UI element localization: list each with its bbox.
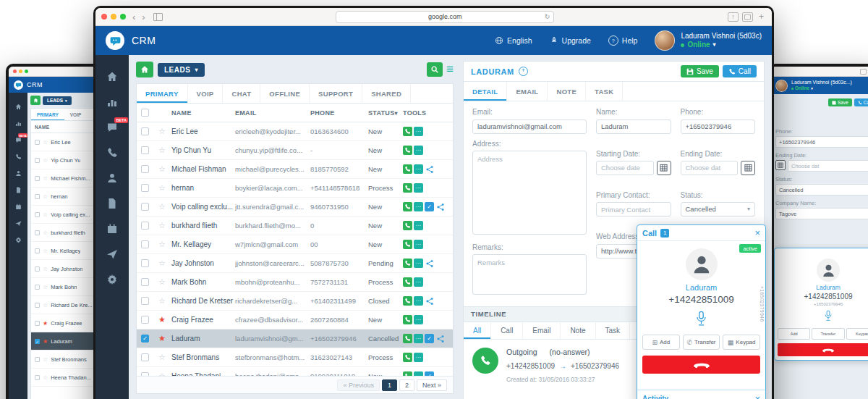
zoom-window-button[interactable] [120, 14, 126, 20]
star-icon[interactable]: ☆ [158, 277, 171, 287]
star-icon[interactable]: ☆ [43, 266, 48, 272]
breadcrumb[interactable]: LEADS ▾ [158, 63, 205, 77]
star-icon[interactable]: ☆ [43, 248, 48, 254]
keypad-button[interactable]: Keypad [846, 328, 868, 340]
row-checkbox[interactable] [35, 140, 40, 145]
call-tool-icon[interactable] [403, 353, 412, 362]
star-icon[interactable]: ☆ [158, 353, 171, 362]
email-column-header[interactable]: EMAIL [235, 109, 310, 117]
row-checkbox[interactable] [141, 165, 149, 173]
lead-row[interactable]: ☆Voip calling exclu...jtt.surendra@gmail… [137, 198, 453, 217]
row-checkbox[interactable] [141, 278, 149, 286]
forward-icon[interactable]: › [142, 12, 145, 22]
name-field[interactable] [596, 119, 671, 134]
chat-tool-icon[interactable]: ··· [414, 277, 423, 287]
star-icon[interactable]: ☆ [158, 164, 171, 174]
lead-row[interactable]: ☆Richard De Kretserrichardekretser@g...+… [137, 292, 453, 311]
next-page-button[interactable]: Next » [417, 379, 447, 391]
lead-row[interactable]: ✓★Laduramladuramvishnoi@gm...+1650237994… [137, 329, 453, 348]
row-checkbox[interactable] [35, 303, 40, 308]
chat-tool-icon[interactable]: ··· [414, 221, 423, 230]
phone-field[interactable]: +16502379946 [775, 136, 868, 148]
row-checkbox[interactable] [35, 230, 40, 235]
previous-page-button[interactable]: « Previous [337, 379, 380, 391]
lead-row[interactable]: ★Craig Frazeecfrazee@dbsadvisor...260726… [137, 311, 453, 329]
phone-column-header[interactable]: PHONE [310, 109, 368, 117]
search-button[interactable] [427, 62, 443, 77]
home-button[interactable] [136, 62, 153, 77]
row-checkbox[interactable] [35, 321, 40, 326]
detail-tab-task[interactable]: TASK [586, 82, 623, 101]
calendar-icon[interactable] [775, 160, 786, 170]
hangup-button[interactable] [642, 356, 760, 374]
chat-tool-icon[interactable]: ··· [414, 259, 423, 268]
share-tool-icon[interactable] [425, 259, 434, 268]
address-bar[interactable]: google.com ↻ [336, 11, 554, 23]
lead-row[interactable]: ☆Eric Leeericleeh@kyodejiter...016363460… [137, 122, 453, 141]
detail-tab-detail[interactable]: DETAIL [464, 82, 507, 101]
call-tool-icon[interactable] [403, 277, 412, 287]
row-checkbox[interactable] [35, 357, 40, 362]
call-tool-icon[interactable] [403, 296, 412, 306]
share-tool-icon[interactable] [425, 296, 434, 306]
lead-row[interactable]: ☆burkhard fliethburkhard.flieth@mo...0Ne… [137, 217, 453, 235]
timeline-tab-note[interactable]: Note [561, 322, 595, 339]
lead-row[interactable]: ☆Mr. Kellageyw7jmlcn@gmail.com00New··· [137, 235, 453, 254]
call-tool-icon[interactable] [403, 164, 412, 174]
row-checkbox[interactable] [141, 184, 149, 192]
print-icon[interactable] [860, 69, 867, 75]
lead-row[interactable]: ☆Michael Fishmanmichael@purecycles...818… [137, 160, 453, 179]
new-tab-icon[interactable]: + [757, 13, 766, 21]
star-icon[interactable]: ☆ [43, 211, 48, 218]
call-tool-icon[interactable] [403, 240, 412, 249]
star-icon[interactable]: ☆ [158, 127, 171, 136]
assign-tool-icon[interactable]: ✓ [425, 334, 434, 343]
star-icon[interactable]: ☆ [158, 183, 171, 193]
status-column-header[interactable]: STATUS▾ [368, 109, 403, 117]
doc-icon[interactable] [9, 182, 27, 198]
star-icon[interactable]: ☆ [158, 146, 171, 155]
ending-date-field[interactable] [681, 161, 739, 175]
chat-tool-icon[interactable]: ··· [414, 353, 423, 362]
share-tool-icon[interactable] [435, 334, 445, 343]
company-field[interactable]: Tagove [775, 208, 868, 219]
star-icon[interactable]: ☆ [43, 374, 48, 381]
star-icon[interactable]: ★ [43, 338, 48, 345]
star-icon[interactable]: ☆ [43, 139, 48, 146]
row-checkbox[interactable] [35, 176, 40, 181]
status-select[interactable]: Cancelled ▾ [775, 184, 868, 196]
row-checkbox[interactable] [141, 353, 149, 361]
row-checkbox[interactable] [35, 194, 40, 199]
close-icon[interactable]: × [754, 228, 760, 238]
chat-tool-icon[interactable]: ··· [414, 315, 423, 324]
hangup-button[interactable] [778, 343, 868, 356]
row-checkbox[interactable]: ✓ [141, 335, 149, 343]
zoom-window-button[interactable] [25, 70, 28, 73]
timeline-tab-email[interactable]: Email [523, 322, 561, 339]
email-field[interactable] [472, 119, 587, 134]
list-menu-icon[interactable]: ≡ [446, 62, 454, 77]
row-checkbox[interactable] [35, 158, 40, 163]
save-button[interactable]: Save [681, 65, 719, 77]
send-icon[interactable] [95, 241, 129, 266]
send-icon[interactable] [9, 215, 27, 232]
lead-row[interactable]: ☆Jay Johnstonjjohnston@careerarc...50878… [137, 254, 453, 273]
reload-icon[interactable]: ↻ [545, 13, 550, 20]
call-tool-icon[interactable] [403, 202, 412, 211]
chat-icon[interactable]: BETA [9, 132, 27, 148]
primary-contact-field[interactable] [596, 202, 671, 217]
chat-icon[interactable]: BETA [95, 114, 129, 140]
call-tool-icon[interactable] [403, 334, 412, 343]
timeline-tab-call[interactable]: Call [491, 322, 523, 339]
help-menu[interactable]: ? Help [608, 35, 638, 46]
tabs-overview-icon[interactable] [742, 12, 753, 22]
gear-icon[interactable] [95, 266, 129, 292]
lead-row[interactable]: ☆Heena Thadaniheena.thadani@gma...919920… [137, 367, 453, 376]
lead-row[interactable]: ☆hernanboykier@lacaja.com...+54114857861… [137, 179, 453, 198]
avatar[interactable] [775, 80, 788, 92]
bgl-tab-voip[interactable]: VOIP [64, 109, 88, 120]
call-button[interactable]: Call [854, 98, 868, 106]
chat-tool-icon[interactable]: ··· [414, 202, 423, 211]
row-checkbox[interactable] [141, 146, 149, 154]
status-badge[interactable]: Online ▾ [791, 85, 852, 91]
